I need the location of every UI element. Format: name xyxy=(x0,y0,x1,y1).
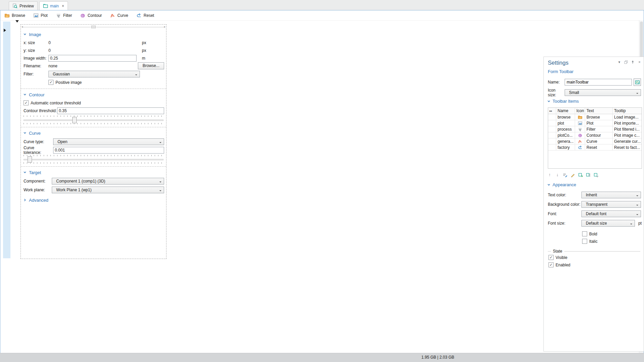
add-item-button[interactable] xyxy=(578,172,583,177)
toolbar-item-row[interactable]: genera...CurveGenerate cur... xyxy=(548,138,642,144)
curve-tolerance-input[interactable]: 0.001 xyxy=(53,147,164,154)
appearance-font-size: Font size:Default sizept xyxy=(548,220,641,227)
form-toolbar-curve-button[interactable]: Curve xyxy=(110,13,128,18)
form-design-area[interactable]: ◂▸Imagex: size0pxy: size0pxImage width:0… xyxy=(21,24,166,259)
curve-type-select[interactable]: Open xyxy=(53,138,164,145)
settings-panel: Settings ▾× Form Toolbar Name: Icon size… xyxy=(543,57,644,352)
italic-checkbox[interactable]: Italic xyxy=(582,239,598,244)
reset-icon xyxy=(578,145,582,150)
edit-list-button[interactable] xyxy=(563,172,568,177)
section-header-contour[interactable]: Contour xyxy=(21,90,166,99)
panel-buttons: ▾× xyxy=(617,59,642,65)
form-toolbar-filter-button[interactable]: Filter xyxy=(56,13,72,18)
form-toolbar-preview: BrowsePlotFilterContourCurveReset xyxy=(0,10,644,21)
settings-subtitle: Form Toolbar xyxy=(548,69,573,74)
appearance-header[interactable]: Appearance xyxy=(547,182,576,187)
component-select[interactable]: Component 1 (comp1) (3D) xyxy=(52,178,164,185)
section-header-advanced[interactable]: Advanced xyxy=(21,196,166,204)
panel-float-button[interactable] xyxy=(624,60,628,64)
checkbox[interactable]: ✓ xyxy=(548,255,554,260)
field-x-size: x: size0px xyxy=(21,39,166,46)
row-resize-handle[interactable]: ◂▸ xyxy=(22,25,165,29)
form-toolbar-reset-button[interactable]: Reset xyxy=(136,13,154,18)
edit-list-icon xyxy=(563,172,568,177)
automatic-contour-threshold-checkbox[interactable]: ✓Automatic contour threshold xyxy=(24,100,81,105)
panel-caret-button[interactable]: ▾ xyxy=(617,59,621,65)
field-component: Component:Component 1 (comp1) (3D) xyxy=(21,177,166,186)
state-enabled: ✓Enabled xyxy=(548,262,641,267)
browse-button[interactable]: Browse... xyxy=(138,62,164,69)
contour-icon xyxy=(80,13,85,18)
field-positive-image: ✓Positive image xyxy=(21,78,166,86)
move-up-button[interactable]: ↑ xyxy=(547,172,552,177)
toolbar-item-row[interactable]: plotCo...ContourPlot image c... xyxy=(548,132,642,138)
add-menu-button[interactable] xyxy=(594,172,599,177)
appearance-font: Font:Default font xyxy=(548,210,641,217)
positive-image-checkbox[interactable]: ✓Positive image xyxy=(48,80,82,85)
filter-funnel-icon xyxy=(578,127,582,132)
edit-name-button[interactable] xyxy=(634,78,641,86)
checkbox[interactable]: ✓ xyxy=(48,80,53,85)
slider-thumb[interactable] xyxy=(72,117,77,123)
toolbar-items-header[interactable]: Toolbar Items xyxy=(547,99,579,104)
bold-checkbox[interactable]: Bold xyxy=(582,231,597,236)
value: 0 xyxy=(48,48,51,53)
toolbar-item-row[interactable]: factoryResetReset to fact... xyxy=(548,144,642,151)
state-group: State xyxy=(548,249,640,254)
panel-close-icon: × xyxy=(637,59,642,65)
background-color-select[interactable]: Transparent xyxy=(581,201,641,208)
font-select[interactable]: Default font xyxy=(581,210,641,217)
section-header-target[interactable]: Target xyxy=(21,168,166,177)
panel-caret-icon: ▾ xyxy=(617,59,621,65)
curve-icon xyxy=(578,139,582,144)
name-label: Name: xyxy=(548,80,565,85)
add-separator-button[interactable] xyxy=(586,172,591,177)
font-size-select[interactable]: Default size xyxy=(581,220,635,227)
toolbar-item-row[interactable]: plotPlotPlot importe... xyxy=(548,120,642,126)
icon-size-select[interactable]: Small xyxy=(565,89,641,96)
work-plane-select[interactable]: Work Plane 1 (wp1) xyxy=(52,187,164,193)
enabled-checkbox[interactable]: ✓Enabled xyxy=(548,262,570,267)
field-image-width: Image width:0.25m xyxy=(21,54,166,62)
move-down-button[interactable]: ↓ xyxy=(555,172,560,177)
threshold-slider[interactable] xyxy=(21,114,166,125)
section-header-image[interactable]: Image xyxy=(21,30,166,39)
visible-checkbox[interactable]: ✓Visible xyxy=(548,255,567,260)
close-tab-icon[interactable]: × xyxy=(62,4,64,8)
threshold-slider[interactable] xyxy=(21,154,166,164)
checkbox[interactable]: ✓ xyxy=(24,100,29,105)
edit-button[interactable] xyxy=(570,172,575,177)
section-header-curve[interactable]: Curve xyxy=(21,129,166,137)
value: 0 xyxy=(48,40,51,45)
checkbox[interactable]: ✓ xyxy=(548,262,554,267)
move-up-icon: ↑ xyxy=(547,172,552,177)
panel-pin-button[interactable] xyxy=(631,60,635,64)
form-toolbar-contour-button[interactable]: Contour xyxy=(80,13,102,18)
editor-tab-preview[interactable]: Preview xyxy=(9,1,38,10)
field-curve-tolerance: Curve tolerance:0.001 xyxy=(21,146,166,154)
form-margin-ruler xyxy=(3,22,10,258)
add-menu-icon xyxy=(594,172,599,177)
field-curve-type: Curve type:Open xyxy=(21,137,166,146)
panel-float-icon xyxy=(624,60,628,64)
name-row: Name: xyxy=(548,78,641,86)
filter-select[interactable]: Gaussian xyxy=(48,71,140,77)
appearance-background-color: Background color:Transparent xyxy=(548,201,641,208)
toolbar-item-row[interactable]: processFilterPlot filtered i... xyxy=(548,126,642,132)
checkbox[interactable] xyxy=(582,239,587,244)
toolbar-items-table: ▸▸NameIconTextTooltipbrowseBrowseLoad im… xyxy=(548,107,642,169)
checkbox[interactable] xyxy=(582,231,587,236)
editor-tab-main[interactable]: main× xyxy=(39,1,68,10)
plot-icon xyxy=(578,121,582,126)
form-toolbar-plot-button[interactable]: Plot xyxy=(33,13,48,18)
contour-threshold-input[interactable]: 0.35 xyxy=(57,107,164,114)
add-item-icon xyxy=(578,172,583,177)
name-input[interactable] xyxy=(565,79,632,86)
image-width-input[interactable]: 0.25 xyxy=(48,55,137,62)
text-color-select[interactable]: Inherit xyxy=(581,192,641,198)
slider-thumb[interactable] xyxy=(28,156,32,163)
add-separator-icon xyxy=(586,172,591,177)
form-toolbar-browse-button[interactable]: Browse xyxy=(4,13,25,18)
panel-close-button[interactable]: × xyxy=(637,59,642,65)
toolbar-item-row[interactable]: browseBrowseLoad image... xyxy=(548,114,642,120)
